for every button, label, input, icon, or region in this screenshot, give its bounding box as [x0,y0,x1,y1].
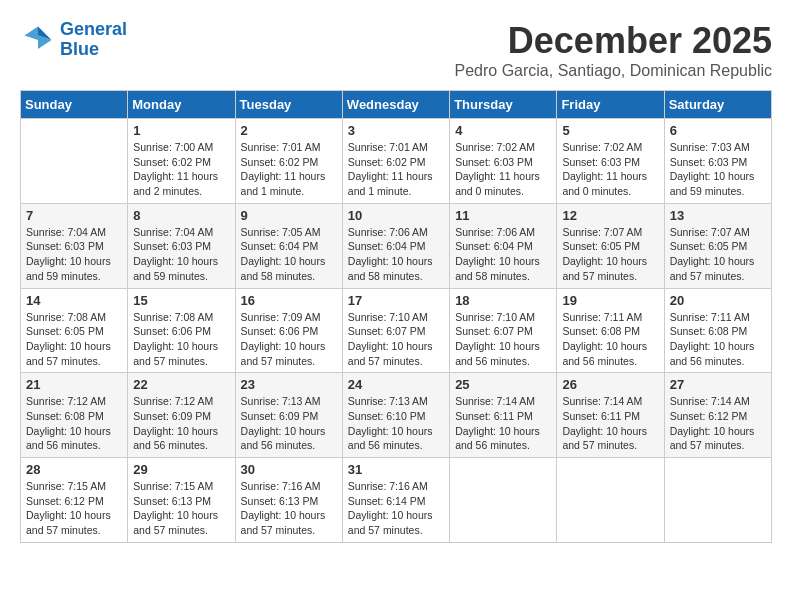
calendar-cell: 8Sunrise: 7:04 AM Sunset: 6:03 PM Daylig… [128,203,235,288]
weekday-header-wednesday: Wednesday [342,91,449,119]
day-info: Sunrise: 7:04 AM Sunset: 6:03 PM Dayligh… [133,225,229,284]
calendar-table: SundayMondayTuesdayWednesdayThursdayFrid… [20,90,772,543]
day-number: 28 [26,462,122,477]
day-info: Sunrise: 7:02 AM Sunset: 6:03 PM Dayligh… [455,140,551,199]
calendar-cell: 18Sunrise: 7:10 AM Sunset: 6:07 PM Dayli… [450,288,557,373]
calendar-cell: 6Sunrise: 7:03 AM Sunset: 6:03 PM Daylig… [664,119,771,204]
day-number: 11 [455,208,551,223]
day-number: 31 [348,462,444,477]
day-info: Sunrise: 7:13 AM Sunset: 6:09 PM Dayligh… [241,394,337,453]
page-header: General Blue December 2025 Pedro Garcia,… [20,20,772,80]
calendar-cell: 27Sunrise: 7:14 AM Sunset: 6:12 PM Dayli… [664,373,771,458]
day-info: Sunrise: 7:14 AM Sunset: 6:11 PM Dayligh… [455,394,551,453]
logo: General Blue [20,20,127,60]
day-info: Sunrise: 7:11 AM Sunset: 6:08 PM Dayligh… [670,310,766,369]
month-title: December 2025 [455,20,773,62]
day-info: Sunrise: 7:02 AM Sunset: 6:03 PM Dayligh… [562,140,658,199]
day-info: Sunrise: 7:08 AM Sunset: 6:05 PM Dayligh… [26,310,122,369]
calendar-cell: 12Sunrise: 7:07 AM Sunset: 6:05 PM Dayli… [557,203,664,288]
day-info: Sunrise: 7:04 AM Sunset: 6:03 PM Dayligh… [26,225,122,284]
location-subtitle: Pedro Garcia, Santiago, Dominican Republ… [455,62,773,80]
day-info: Sunrise: 7:14 AM Sunset: 6:12 PM Dayligh… [670,394,766,453]
day-info: Sunrise: 7:06 AM Sunset: 6:04 PM Dayligh… [348,225,444,284]
calendar-cell: 20Sunrise: 7:11 AM Sunset: 6:08 PM Dayli… [664,288,771,373]
day-info: Sunrise: 7:12 AM Sunset: 6:09 PM Dayligh… [133,394,229,453]
logo-icon [20,22,56,58]
day-number: 19 [562,293,658,308]
day-number: 5 [562,123,658,138]
calendar-cell: 1Sunrise: 7:00 AM Sunset: 6:02 PM Daylig… [128,119,235,204]
calendar-cell [21,119,128,204]
day-number: 1 [133,123,229,138]
day-info: Sunrise: 7:09 AM Sunset: 6:06 PM Dayligh… [241,310,337,369]
weekday-header-friday: Friday [557,91,664,119]
day-number: 4 [455,123,551,138]
logo-text: General Blue [60,20,127,60]
day-info: Sunrise: 7:10 AM Sunset: 6:07 PM Dayligh… [455,310,551,369]
calendar-cell: 31Sunrise: 7:16 AM Sunset: 6:14 PM Dayli… [342,458,449,543]
day-info: Sunrise: 7:16 AM Sunset: 6:13 PM Dayligh… [241,479,337,538]
calendar-cell: 3Sunrise: 7:01 AM Sunset: 6:02 PM Daylig… [342,119,449,204]
calendar-cell: 7Sunrise: 7:04 AM Sunset: 6:03 PM Daylig… [21,203,128,288]
day-number: 3 [348,123,444,138]
calendar-cell: 19Sunrise: 7:11 AM Sunset: 6:08 PM Dayli… [557,288,664,373]
day-number: 9 [241,208,337,223]
day-info: Sunrise: 7:03 AM Sunset: 6:03 PM Dayligh… [670,140,766,199]
calendar-cell: 16Sunrise: 7:09 AM Sunset: 6:06 PM Dayli… [235,288,342,373]
calendar-cell: 28Sunrise: 7:15 AM Sunset: 6:12 PM Dayli… [21,458,128,543]
day-info: Sunrise: 7:08 AM Sunset: 6:06 PM Dayligh… [133,310,229,369]
day-info: Sunrise: 7:00 AM Sunset: 6:02 PM Dayligh… [133,140,229,199]
day-number: 27 [670,377,766,392]
day-number: 18 [455,293,551,308]
day-number: 7 [26,208,122,223]
day-number: 30 [241,462,337,477]
day-info: Sunrise: 7:16 AM Sunset: 6:14 PM Dayligh… [348,479,444,538]
calendar-cell: 11Sunrise: 7:06 AM Sunset: 6:04 PM Dayli… [450,203,557,288]
day-info: Sunrise: 7:15 AM Sunset: 6:13 PM Dayligh… [133,479,229,538]
calendar-cell: 21Sunrise: 7:12 AM Sunset: 6:08 PM Dayli… [21,373,128,458]
day-number: 16 [241,293,337,308]
week-row-1: 1Sunrise: 7:00 AM Sunset: 6:02 PM Daylig… [21,119,772,204]
day-info: Sunrise: 7:11 AM Sunset: 6:08 PM Dayligh… [562,310,658,369]
calendar-cell [664,458,771,543]
weekday-header-thursday: Thursday [450,91,557,119]
day-number: 25 [455,377,551,392]
week-row-5: 28Sunrise: 7:15 AM Sunset: 6:12 PM Dayli… [21,458,772,543]
weekday-header-monday: Monday [128,91,235,119]
day-info: Sunrise: 7:15 AM Sunset: 6:12 PM Dayligh… [26,479,122,538]
day-number: 15 [133,293,229,308]
calendar-cell: 15Sunrise: 7:08 AM Sunset: 6:06 PM Dayli… [128,288,235,373]
day-info: Sunrise: 7:06 AM Sunset: 6:04 PM Dayligh… [455,225,551,284]
calendar-cell: 9Sunrise: 7:05 AM Sunset: 6:04 PM Daylig… [235,203,342,288]
day-info: Sunrise: 7:01 AM Sunset: 6:02 PM Dayligh… [348,140,444,199]
day-number: 29 [133,462,229,477]
weekday-header-saturday: Saturday [664,91,771,119]
calendar-cell: 13Sunrise: 7:07 AM Sunset: 6:05 PM Dayli… [664,203,771,288]
weekday-header-sunday: Sunday [21,91,128,119]
day-number: 22 [133,377,229,392]
calendar-cell [450,458,557,543]
calendar-cell [557,458,664,543]
calendar-cell: 5Sunrise: 7:02 AM Sunset: 6:03 PM Daylig… [557,119,664,204]
day-number: 8 [133,208,229,223]
day-number: 26 [562,377,658,392]
calendar-cell: 29Sunrise: 7:15 AM Sunset: 6:13 PM Dayli… [128,458,235,543]
day-number: 20 [670,293,766,308]
week-row-3: 14Sunrise: 7:08 AM Sunset: 6:05 PM Dayli… [21,288,772,373]
day-info: Sunrise: 7:10 AM Sunset: 6:07 PM Dayligh… [348,310,444,369]
day-number: 12 [562,208,658,223]
day-info: Sunrise: 7:07 AM Sunset: 6:05 PM Dayligh… [670,225,766,284]
calendar-cell: 26Sunrise: 7:14 AM Sunset: 6:11 PM Dayli… [557,373,664,458]
day-info: Sunrise: 7:14 AM Sunset: 6:11 PM Dayligh… [562,394,658,453]
calendar-cell: 22Sunrise: 7:12 AM Sunset: 6:09 PM Dayli… [128,373,235,458]
day-number: 24 [348,377,444,392]
day-number: 23 [241,377,337,392]
weekday-header-tuesday: Tuesday [235,91,342,119]
day-number: 17 [348,293,444,308]
day-info: Sunrise: 7:13 AM Sunset: 6:10 PM Dayligh… [348,394,444,453]
calendar-cell: 17Sunrise: 7:10 AM Sunset: 6:07 PM Dayli… [342,288,449,373]
calendar-cell: 10Sunrise: 7:06 AM Sunset: 6:04 PM Dayli… [342,203,449,288]
day-info: Sunrise: 7:12 AM Sunset: 6:08 PM Dayligh… [26,394,122,453]
week-row-4: 21Sunrise: 7:12 AM Sunset: 6:08 PM Dayli… [21,373,772,458]
day-number: 6 [670,123,766,138]
